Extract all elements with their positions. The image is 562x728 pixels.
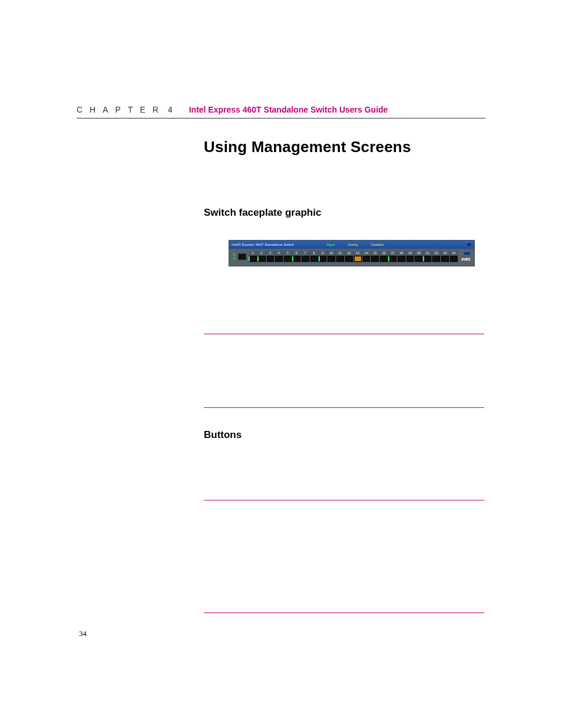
port-number: 13 <box>353 251 362 255</box>
expansion-slot-icon <box>464 252 471 255</box>
port-number: 19 <box>406 251 415 255</box>
ethernet-port-icon <box>284 256 292 262</box>
window-control-icon <box>466 242 472 247</box>
faceplate-right: intel. <box>461 252 471 262</box>
port-number: 3 <box>266 251 275 255</box>
ethernet-port-icon <box>363 256 371 262</box>
legend-mgmt: Mgmt <box>327 243 335 246</box>
port-number-strip: 1 2 3 4 5 6 7 8 9 10 11 12 13 <box>249 251 458 255</box>
faceplate-titlebar: Intel® Express 460T Standalone Switch Mg… <box>229 241 474 249</box>
faceplate-product-label: Intel® Express 460T Standalone Switch <box>232 243 294 246</box>
section-divider <box>204 612 484 613</box>
ethernet-port-icon <box>389 256 396 262</box>
ethernet-port-icon <box>302 256 309 262</box>
ethernet-port-icon <box>354 256 362 262</box>
status-led-icon <box>233 257 236 260</box>
port-number: 24 <box>449 251 458 255</box>
section-divider <box>204 407 484 408</box>
ethernet-port-icon <box>441 256 449 262</box>
port-number: 5 <box>283 251 292 255</box>
content-column: Using Management Screens Switch faceplat… <box>204 138 484 613</box>
ethernet-port-icon <box>380 256 388 262</box>
port-number: 1 <box>249 251 257 255</box>
ethernet-port-icon <box>319 256 327 262</box>
ethernet-port-icon <box>275 256 283 262</box>
port-number: 12 <box>345 251 353 255</box>
buttons-section: Buttons <box>204 429 484 441</box>
ethernet-port-icon <box>336 256 344 262</box>
ethernet-port-icon <box>371 256 379 262</box>
status-led-column <box>233 253 236 260</box>
port-number: 16 <box>380 251 389 255</box>
ethernet-port-icon <box>328 256 335 262</box>
chapter-label: CHAPTER <box>77 105 166 114</box>
ethernet-port-icon <box>432 256 440 262</box>
port-number: 11 <box>336 251 345 255</box>
port-number: 21 <box>424 251 432 255</box>
switch-faceplate: Intel® Express 460T Standalone Switch Mg… <box>229 240 475 266</box>
ethernet-port-icon <box>249 256 257 262</box>
ethernet-port-icon <box>424 256 431 262</box>
port-number: 23 <box>441 251 450 255</box>
header-rule <box>77 118 485 118</box>
port-number: 6 <box>292 251 301 255</box>
port-number: 15 <box>371 251 380 255</box>
ethernet-port-icon <box>345 256 353 262</box>
port-row <box>249 255 458 262</box>
port-grid: 1 2 3 4 5 6 7 8 9 10 11 12 13 <box>249 251 458 262</box>
guide-title: Intel Express 460T Standalone Switch Use… <box>189 105 388 114</box>
section-divider <box>204 500 484 500</box>
legend-disabled: Disabled <box>371 243 384 246</box>
port-number: 8 <box>310 251 319 255</box>
chapter-number: 4 <box>168 105 173 114</box>
ethernet-port-icon <box>293 256 300 262</box>
section-divider <box>204 334 484 334</box>
port-number: 10 <box>328 251 336 255</box>
ethernet-port-icon <box>450 256 458 262</box>
page-number: 34 <box>79 629 87 638</box>
port-number: 17 <box>389 251 398 255</box>
section-heading-buttons: Buttons <box>204 429 484 441</box>
port-number: 9 <box>319 251 328 255</box>
port-number: 20 <box>415 251 424 255</box>
section-heading-faceplate: Switch faceplate graphic <box>204 207 484 219</box>
ethernet-port-icon <box>310 256 318 262</box>
legend-activity: Activity <box>348 243 358 246</box>
page-title: Using Management Screens <box>204 138 484 156</box>
ethernet-port-icon <box>398 256 405 262</box>
port-number: 18 <box>397 251 406 255</box>
header-line: CHAPTER 4 Intel Express 460T Standalone … <box>77 105 485 114</box>
ethernet-port-icon <box>258 256 266 262</box>
faceplate-status-legend: Mgmt Activity Disabled <box>327 243 384 246</box>
faceplate-body: 1 2 3 4 5 6 7 8 9 10 11 12 13 <box>229 249 474 266</box>
port-number: 4 <box>275 251 284 255</box>
faceplate-figure: Intel® Express 460T Standalone Switch Mg… <box>229 240 484 266</box>
port-number: 14 <box>362 251 371 255</box>
document-page: CHAPTER 4 Intel Express 460T Standalone … <box>0 0 562 728</box>
ethernet-port-icon <box>415 256 422 262</box>
status-led-icon <box>233 253 236 256</box>
ethernet-port-icon <box>406 256 414 262</box>
running-header: CHAPTER 4 Intel Express 460T Standalone … <box>77 105 485 118</box>
console-port-icon <box>238 253 246 260</box>
port-number: 2 <box>257 251 266 255</box>
ethernet-port-icon <box>267 256 275 262</box>
port-number: 7 <box>301 251 310 255</box>
port-number: 22 <box>432 251 441 255</box>
intel-logo: intel. <box>461 256 471 262</box>
